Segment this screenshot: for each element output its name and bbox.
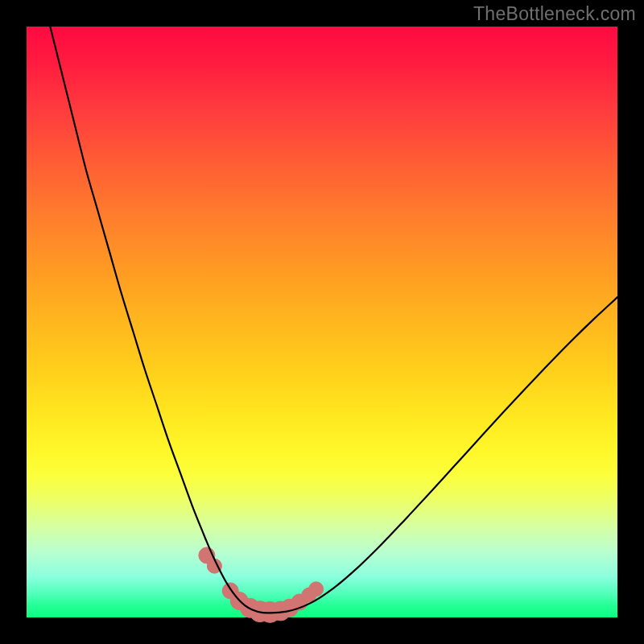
marker-group (199, 547, 324, 622)
bottleneck-curve (50, 27, 617, 613)
watermark-text: TheBottleneck.com (473, 3, 636, 25)
chart-frame: TheBottleneck.com (0, 0, 644, 644)
chart-svg (27, 27, 617, 617)
highlight-dot (309, 582, 324, 597)
plot-area (27, 27, 617, 617)
